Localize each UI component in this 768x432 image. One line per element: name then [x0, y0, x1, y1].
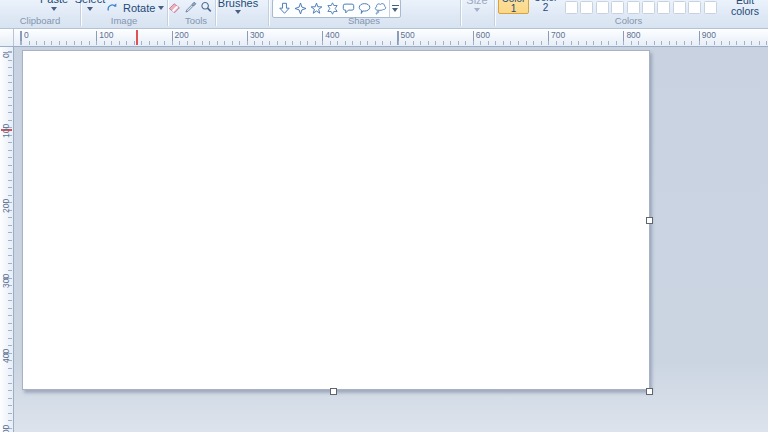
color-swatch[interactable] — [596, 1, 609, 14]
brushes-label: Brushes — [216, 0, 260, 9]
clipboard-group-label: Clipboard — [0, 15, 80, 26]
canvas[interactable] — [22, 50, 650, 390]
more-row-line — [392, 5, 399, 6]
down-arrow-icon — [278, 2, 291, 15]
ribbon: Paste Clipboard Select Rotate Image Tool… — [0, 0, 768, 29]
swatch-grid — [565, 1, 717, 14]
four-point-star-icon — [294, 2, 307, 15]
image-group-label: Image — [81, 15, 167, 26]
v-ruler-minor-ticks — [8, 47, 12, 432]
h-ruler-position-marker — [136, 30, 138, 45]
color-swatch[interactable] — [565, 1, 578, 14]
tools-buttons — [167, 0, 214, 15]
color-swatch[interactable] — [627, 1, 640, 14]
six-point-star-icon — [326, 2, 339, 15]
h-ruler-label: 600 — [476, 30, 490, 40]
h-ruler-label: 200 — [175, 30, 189, 40]
paint-window: Paste Clipboard Select Rotate Image Tool… — [0, 0, 768, 432]
resize-handle-corner[interactable] — [646, 388, 653, 395]
chevron-down-icon[interactable] — [235, 10, 241, 14]
v-ruler-label: 300 — [1, 272, 11, 290]
tools-group-label: Tools — [170, 15, 222, 26]
workspace — [14, 47, 768, 432]
shape-five-point-star-button[interactable] — [309, 2, 323, 16]
rounded-rectangle-callout-icon — [342, 2, 355, 15]
select-label: Select — [74, 0, 106, 5]
h-ruler-label: 100 — [99, 30, 113, 40]
color-swatch[interactable] — [657, 1, 670, 14]
rotate-label: Rotate — [123, 2, 155, 14]
h-ruler-minor-ticks — [14, 41, 768, 45]
color-swatch[interactable] — [688, 1, 701, 14]
h-ruler-label: 700 — [551, 30, 565, 40]
paste-button[interactable]: Paste — [34, 0, 74, 11]
resize-handle-bottom[interactable] — [330, 388, 337, 395]
chevron-down-icon — [392, 8, 398, 12]
magnifier-icon — [200, 1, 213, 14]
resize-handle-right[interactable] — [646, 217, 653, 224]
rotate-icon — [105, 1, 120, 16]
color-swatch[interactable] — [642, 1, 655, 14]
h-ruler-label: 400 — [325, 30, 339, 40]
color1-button[interactable]: Color 1 — [498, 0, 529, 14]
color-swatch[interactable] — [673, 1, 686, 14]
v-ruler-label: 400 — [1, 347, 11, 365]
v-ruler-label: 500 — [1, 423, 11, 432]
tool-magnifier-button[interactable] — [199, 0, 214, 15]
shapes-group-label: Shapes — [269, 15, 459, 26]
color2-button[interactable]: Color 2 — [530, 0, 561, 14]
shape-cloud-callout-button[interactable] — [373, 2, 387, 16]
color1-label-line2: 1 — [499, 4, 528, 14]
chevron-down-icon[interactable] — [474, 8, 480, 12]
colors-group-label: Colors — [495, 15, 762, 26]
h-ruler-label: 900 — [702, 30, 716, 40]
chevron-down-icon[interactable] — [51, 7, 57, 11]
color-swatch[interactable] — [611, 1, 624, 14]
color-picker-icon — [184, 1, 197, 14]
shape-oval-callout-button[interactable] — [357, 2, 371, 16]
shape-rounded-rectangle-callout-button[interactable] — [341, 2, 355, 16]
eraser-icon — [168, 1, 181, 14]
shapes-gallery-items — [273, 2, 389, 16]
chevron-down-icon[interactable] — [158, 6, 164, 10]
chevron-down-icon[interactable] — [87, 7, 93, 11]
v-ruler-label: 200 — [1, 197, 11, 215]
oval-callout-icon — [358, 2, 371, 15]
horizontal-ruler: 0100200300400500600700800900 — [14, 29, 768, 46]
h-ruler-label: 500 — [401, 30, 415, 40]
vertical-ruler: 0100200300400500 — [0, 47, 14, 432]
shape-six-point-star-button[interactable] — [325, 2, 339, 16]
size-button[interactable]: Size — [459, 0, 495, 12]
ruler-bar: 0100200300400500600700800900 — [0, 29, 768, 47]
tool-eraser-button[interactable] — [167, 0, 182, 15]
cloud-callout-icon — [374, 2, 387, 15]
h-ruler-label: 0 — [24, 30, 29, 40]
h-ruler-label: 300 — [250, 30, 264, 40]
brushes-button[interactable]: Brushes — [216, 0, 260, 14]
color-swatch[interactable] — [704, 1, 717, 14]
v-ruler-label: 0 — [1, 47, 11, 65]
tool-color-picker-button[interactable] — [183, 0, 198, 15]
paste-label: Paste — [34, 0, 74, 5]
rotate-button[interactable]: Rotate — [105, 1, 164, 15]
select-button[interactable]: Select — [74, 0, 106, 11]
color-swatch[interactable] — [580, 1, 593, 14]
color2-label-line2: 2 — [530, 3, 561, 13]
shape-four-point-star-button[interactable] — [293, 2, 307, 16]
ruler-corner — [0, 29, 14, 46]
five-point-star-icon — [310, 2, 323, 15]
shape-down-arrow-button[interactable] — [277, 2, 291, 16]
v-ruler-label: 100 — [1, 122, 11, 140]
size-label: Size — [459, 0, 495, 6]
h-ruler-label: 800 — [626, 30, 640, 40]
